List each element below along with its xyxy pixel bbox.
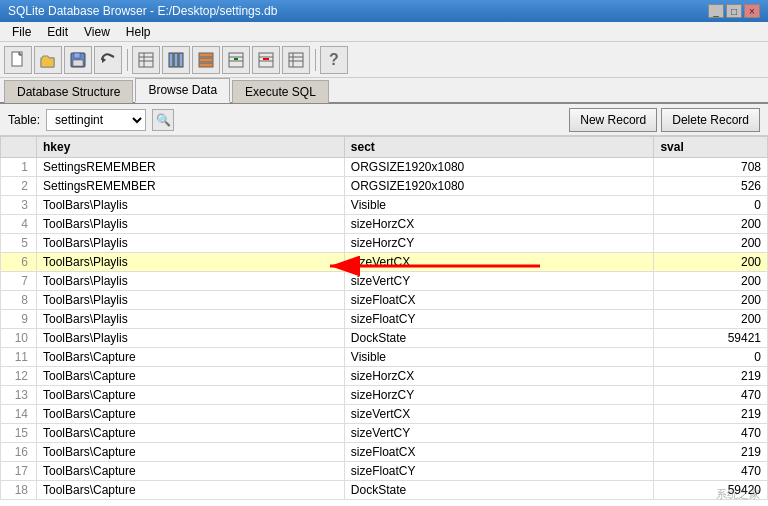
svg-rect-27 xyxy=(289,53,303,67)
cell-rownum: 5 xyxy=(1,234,37,253)
cell-sect: sizeHorzCX xyxy=(344,367,654,386)
cell-sval: 526 xyxy=(654,177,768,196)
cell-rownum: 4 xyxy=(1,215,37,234)
table-row[interactable]: 1SettingsREMEMBERORGSIZE1920x1080708 xyxy=(1,158,768,177)
tab-browse-data[interactable]: Browse Data xyxy=(135,78,230,103)
table-row[interactable]: 3ToolBars\PlaylisVisible0 xyxy=(1,196,768,215)
menu-edit[interactable]: Edit xyxy=(39,23,76,41)
table-row[interactable]: 12ToolBars\CapturesizeHorzCX219 xyxy=(1,367,768,386)
cell-sval: 59421 xyxy=(654,329,768,348)
cell-hkey: ToolBars\Playlis xyxy=(37,234,345,253)
svg-rect-12 xyxy=(169,53,173,67)
table-row[interactable]: 13ToolBars\CapturesizeHorzCY470 xyxy=(1,386,768,405)
col-header-hkey[interactable]: hkey xyxy=(37,137,345,158)
cell-sect: sizeFloatCY xyxy=(344,462,654,481)
cell-sect: sizeFloatCY xyxy=(344,310,654,329)
data-table: hkey sect sval 1SettingsREMEMBERORGSIZE1… xyxy=(0,136,768,500)
table-row[interactable]: 6ToolBars\PlaylissizeVertCX200 xyxy=(1,253,768,272)
tab-database-structure[interactable]: Database Structure xyxy=(4,80,133,103)
menu-file[interactable]: File xyxy=(4,23,39,41)
cell-rownum: 9 xyxy=(1,310,37,329)
cell-sval: 470 xyxy=(654,424,768,443)
cell-rownum: 7 xyxy=(1,272,37,291)
cell-sval: 219 xyxy=(654,443,768,462)
new-record-btn[interactable]: New Record xyxy=(569,108,657,132)
cell-hkey: ToolBars\Capture xyxy=(37,424,345,443)
toolbar-sep-2 xyxy=(312,46,318,74)
title-bar: SQLite Database Browser - E:/Desktop/set… xyxy=(0,0,768,22)
cell-hkey: ToolBars\Capture xyxy=(37,481,345,500)
table-row[interactable]: 7ToolBars\PlaylissizeVertCY200 xyxy=(1,272,768,291)
table-row[interactable]: 9ToolBars\PlaylissizeFloatCY200 xyxy=(1,310,768,329)
cell-hkey: ToolBars\Playlis xyxy=(37,329,345,348)
table-row[interactable]: 4ToolBars\PlaylissizeHorzCX200 xyxy=(1,215,768,234)
col-header-sval[interactable]: sval xyxy=(654,137,768,158)
svg-rect-13 xyxy=(174,53,178,67)
save-file-btn[interactable] xyxy=(64,46,92,74)
col-view-btn[interactable] xyxy=(162,46,190,74)
cell-sect: sizeHorzCY xyxy=(344,386,654,405)
col-header-sect[interactable]: sect xyxy=(344,137,654,158)
cell-hkey: ToolBars\Capture xyxy=(37,348,345,367)
search-btn[interactable]: 🔍 xyxy=(152,109,174,131)
table-row[interactable]: 16ToolBars\CapturesizeFloatCX219 xyxy=(1,443,768,462)
cell-sect: Visible xyxy=(344,196,654,215)
help-btn[interactable]: ? xyxy=(320,46,348,74)
svg-rect-6 xyxy=(73,60,83,66)
edit-btn[interactable] xyxy=(282,46,310,74)
table-header-row: hkey sect sval xyxy=(1,137,768,158)
table-row[interactable]: 14ToolBars\CapturesizeVertCX219 xyxy=(1,405,768,424)
row-view-btn[interactable] xyxy=(192,46,220,74)
data-table-container[interactable]: hkey sect sval 1SettingsREMEMBERORGSIZE1… xyxy=(0,136,768,506)
new-file-btn[interactable] xyxy=(4,46,32,74)
cell-hkey: ToolBars\Playlis xyxy=(37,291,345,310)
cell-sect: sizeVertCY xyxy=(344,272,654,291)
watermark: 系统之家 xyxy=(716,487,760,502)
cell-hkey: ToolBars\Capture xyxy=(37,405,345,424)
table-label: Table: xyxy=(8,113,40,127)
delete-record-btn[interactable]: Delete Record xyxy=(661,108,760,132)
cell-sect: DockState xyxy=(344,329,654,348)
open-file-btn[interactable] xyxy=(34,46,62,74)
table-body: 1SettingsREMEMBERORGSIZE1920x10807082Set… xyxy=(1,158,768,500)
table-view-btn[interactable] xyxy=(132,46,160,74)
cell-sval: 0 xyxy=(654,196,768,215)
table-row[interactable]: 8ToolBars\PlaylissizeFloatCX200 xyxy=(1,291,768,310)
cell-rownum: 13 xyxy=(1,386,37,405)
cell-rownum: 1 xyxy=(1,158,37,177)
cell-sect: sizeVertCX xyxy=(344,405,654,424)
close-btn[interactable]: × xyxy=(744,4,760,18)
cell-rownum: 10 xyxy=(1,329,37,348)
cell-hkey: ToolBars\Playlis xyxy=(37,310,345,329)
table-row[interactable]: 15ToolBars\CapturesizeVertCY470 xyxy=(1,424,768,443)
table-row[interactable]: 2SettingsREMEMBERORGSIZE1920x1080526 xyxy=(1,177,768,196)
maximize-btn[interactable]: □ xyxy=(726,4,742,18)
cell-sect: sizeVertCY xyxy=(344,424,654,443)
table-row[interactable]: 5ToolBars\PlaylissizeHorzCY200 xyxy=(1,234,768,253)
tab-execute-sql[interactable]: Execute SQL xyxy=(232,80,329,103)
tab-bar: Database Structure Browse Data Execute S… xyxy=(0,78,768,104)
cell-rownum: 2 xyxy=(1,177,37,196)
cell-rownum: 6 xyxy=(1,253,37,272)
table-row[interactable]: 18ToolBars\CaptureDockState59420 xyxy=(1,481,768,500)
svg-rect-17 xyxy=(199,63,213,67)
svg-rect-5 xyxy=(74,53,80,58)
minimize-btn[interactable]: _ xyxy=(708,4,724,18)
insert-row-btn[interactable] xyxy=(222,46,250,74)
cell-sval: 470 xyxy=(654,386,768,405)
delete-row-btn[interactable] xyxy=(252,46,280,74)
cell-hkey: ToolBars\Capture xyxy=(37,386,345,405)
cell-sect: DockState xyxy=(344,481,654,500)
undo-btn[interactable] xyxy=(94,46,122,74)
menu-view[interactable]: View xyxy=(76,23,118,41)
menu-help[interactable]: Help xyxy=(118,23,159,41)
svg-rect-8 xyxy=(139,53,153,67)
table-row[interactable]: 11ToolBars\CaptureVisible0 xyxy=(1,348,768,367)
table-row[interactable]: 10ToolBars\PlaylisDockState59421 xyxy=(1,329,768,348)
table-row[interactable]: 17ToolBars\CapturesizeFloatCY470 xyxy=(1,462,768,481)
cell-rownum: 14 xyxy=(1,405,37,424)
table-select[interactable]: settingint xyxy=(46,109,146,131)
cell-sval: 200 xyxy=(654,234,768,253)
toolbar-sep-1 xyxy=(124,46,130,74)
table-toolbar: Table: settingint 🔍 New Record Delete Re… xyxy=(0,104,768,136)
